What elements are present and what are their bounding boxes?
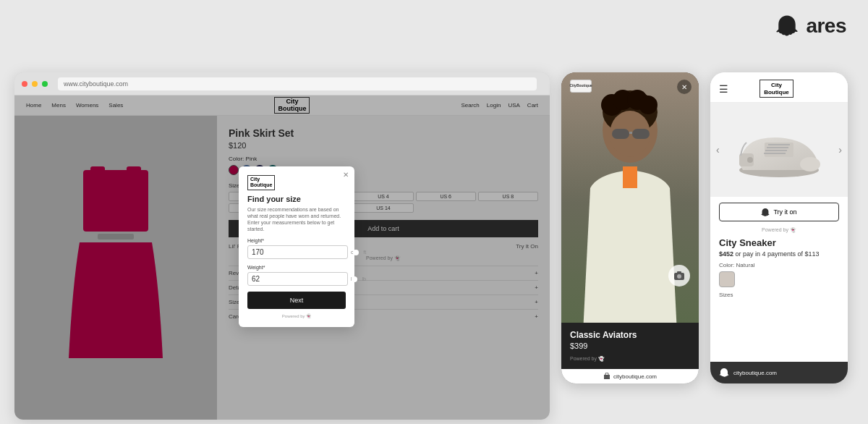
mobile-product-price: $452 or pay in 4 payments of $113	[719, 250, 839, 258]
mobile-powered-by: Powered by 👻	[710, 227, 848, 233]
screens-container: www.cityboutique.com Home Mens Womens Sa…	[14, 72, 854, 420]
mobile-sizes-label: Sizes	[719, 292, 839, 298]
svg-point-28	[747, 157, 753, 163]
ar-powered-by: Powered by 👻	[570, 356, 690, 362]
ar-camera-button[interactable]	[668, 265, 690, 287]
browser-close-dot	[22, 81, 27, 87]
mobile-ar-mockup: City Boutique ✕ Classic Aviator	[561, 72, 699, 383]
mobile-color-swatch-natural[interactable]	[719, 271, 735, 287]
mobile-product-info: City Sneaker $452 or pay in 4 payments o…	[710, 237, 848, 362]
mobile-product-mockup: ☰ City Boutique ‹	[710, 72, 848, 383]
ares-brand-name: ares	[806, 14, 846, 38]
mobile-product-name: City Sneaker	[719, 237, 839, 248]
try-on-button[interactable]: Try it on	[719, 203, 839, 221]
svg-rect-14	[629, 132, 632, 134]
svg-rect-15	[623, 166, 637, 188]
ar-photo-area: City Boutique ✕	[561, 72, 699, 323]
ar-close-button[interactable]: ✕	[677, 80, 692, 94]
ar-store-logo: City Boutique	[570, 80, 592, 93]
hamburger-menu-icon[interactable]: ☰	[719, 83, 728, 95]
snapchat-ghost-icon	[774, 13, 800, 39]
ar-product-info: Classic Aviators $399 Powered by 👻	[561, 323, 699, 369]
mobile-store-logo: City Boutique	[760, 80, 793, 98]
modal-store-logo: City Boutique	[247, 175, 275, 190]
weight-unit2: lb	[362, 276, 365, 281]
weight-input[interactable]	[247, 272, 348, 286]
svg-point-10	[639, 96, 658, 114]
weight-label: Weight*	[247, 265, 346, 270]
ar-product-price: $399	[570, 342, 690, 350]
height-input[interactable]	[247, 245, 348, 259]
camera-icon	[673, 270, 685, 281]
svg-rect-19	[604, 375, 610, 379]
mobile-product-screen: ☰ City Boutique ‹	[710, 72, 848, 383]
svg-rect-13	[632, 129, 650, 139]
modal-description: Our size recommendations are based on wh…	[247, 206, 346, 232]
browser-url-bar[interactable]: www.cityboutique.com	[58, 77, 537, 90]
modal-powered-by: Powered by 👻	[247, 313, 346, 318]
browser-minimize-dot	[32, 81, 38, 87]
snapchat-try-on-icon	[761, 208, 770, 216]
ar-url-bar: cityboutique.com	[561, 369, 699, 383]
bottom-bar-snap-icon	[719, 368, 729, 378]
modal-next-button[interactable]: Next	[247, 292, 346, 309]
svg-rect-12	[612, 129, 629, 139]
height-label: Height*	[247, 238, 346, 243]
desktop-mockup: www.cityboutique.com Home Mens Womens Sa…	[14, 72, 550, 420]
bottom-bar-url: cityboutique.com	[733, 370, 777, 376]
modal-overlay: ✕ City Boutique Find your size Our size …	[14, 96, 550, 420]
height-unit2: ft	[363, 250, 366, 255]
image-next-button[interactable]: ›	[838, 144, 842, 156]
svg-point-21	[800, 157, 820, 171]
browser-bar: www.cityboutique.com	[14, 72, 550, 96]
ar-brand-overlay: City Boutique	[570, 80, 592, 93]
modal-close-button[interactable]: ✕	[343, 171, 349, 179]
store-icon	[603, 373, 610, 380]
mobile-header: ☰ City Boutique	[710, 72, 848, 103]
browser-content: Home Mens Womens Sales City Boutique Sea…	[14, 96, 550, 420]
modal-title: Find your size	[247, 195, 346, 203]
sneaker-image	[732, 121, 826, 179]
browser-maximize-dot	[42, 81, 48, 87]
image-prev-button[interactable]: ‹	[716, 144, 720, 156]
weight-input-row: kg lb	[247, 272, 346, 286]
mobile-ar-screen: City Boutique ✕ Classic Aviator	[561, 72, 699, 383]
mobile-bottom-bar: cityboutique.com	[710, 362, 848, 383]
svg-point-17	[677, 274, 681, 279]
ar-product-name: Classic Aviators	[570, 330, 690, 340]
mobile-color-label: Color: Natural	[719, 262, 839, 268]
find-size-modal: ✕ City Boutique Find your size Our size …	[239, 166, 354, 327]
svg-rect-18	[677, 271, 681, 274]
mobile-product-image-area: ‹	[710, 103, 848, 197]
height-input-row: cm ft	[247, 245, 346, 259]
brand-logo: ares	[774, 13, 846, 39]
